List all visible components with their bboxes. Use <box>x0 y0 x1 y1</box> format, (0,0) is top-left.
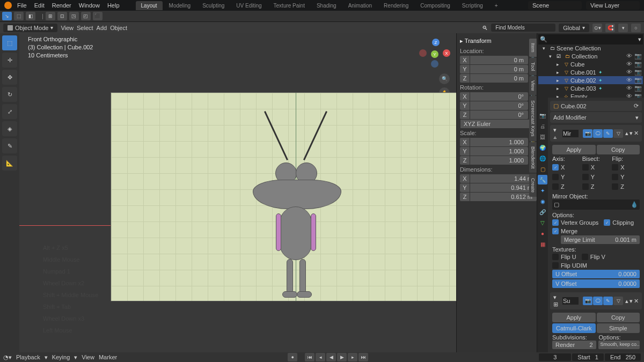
mod-toggle-render[interactable]: 📷 <box>583 129 592 138</box>
bisect-x-checkbox[interactable] <box>582 164 589 171</box>
clipping-checkbox[interactable]: ✓ <box>604 219 610 226</box>
bisect-y-checkbox[interactable] <box>582 174 589 180</box>
workspace-tab[interactable]: Modeling <box>164 1 196 10</box>
flip-y-checkbox[interactable] <box>612 174 618 180</box>
menu-render[interactable]: Render <box>52 2 71 9</box>
workspace-tab[interactable]: Texture Paint <box>268 1 310 10</box>
character-mesh[interactable] <box>237 120 355 307</box>
outliner-scene[interactable]: ▾🗀Scene Collection <box>538 45 643 52</box>
axis-z-checkbox[interactable] <box>552 183 559 190</box>
transform-panel-title[interactable]: ▸ Transform <box>460 35 537 47</box>
eye-icon[interactable]: 👁 <box>626 53 632 60</box>
mod-toggle-realtime[interactable]: 🖵 <box>593 297 603 305</box>
loc-y[interactable]: 0 m <box>470 65 528 73</box>
snap-mode-btn[interactable]: ◧ <box>26 12 35 20</box>
jump-start[interactable]: ⏮ <box>305 353 314 361</box>
eyedropper-icon[interactable]: 💧 <box>631 201 638 208</box>
editor-type-dropdown[interactable]: ◔▾ <box>3 354 12 361</box>
mod-delete[interactable]: ✕ <box>634 130 639 137</box>
mod-delete[interactable]: ✕ <box>634 298 639 305</box>
mod-move-down[interactable]: ▾ <box>630 130 633 137</box>
n-tab-create[interactable]: Create <box>529 174 537 197</box>
outliner-item[interactable]: ▸▽Cube.003✦👁📷 <box>538 84 643 92</box>
props-tab-modifier[interactable]: 🔧 <box>538 175 547 184</box>
outliner-item-active[interactable]: ▸▽Cube.002✦👁📷 <box>538 76 643 84</box>
props-tab-constraint[interactable]: 🔗 <box>538 207 547 217</box>
rot-z[interactable]: 0° <box>470 110 528 119</box>
workspace-tab[interactable]: Scripting <box>457 1 488 10</box>
start-frame-field[interactable]: Start 1 <box>572 353 604 361</box>
menu-help[interactable]: Help <box>107 2 120 9</box>
mod-toggle-editmode[interactable]: ✎ <box>603 129 613 138</box>
mod-move-up[interactable]: ▴ <box>625 130 628 137</box>
flip-x-checkbox[interactable] <box>612 164 618 171</box>
tool-cursor[interactable]: ✛ <box>2 53 17 68</box>
copy-button[interactable]: Copy <box>597 145 640 154</box>
jump-end[interactable]: ⏭ <box>358 353 368 361</box>
tb-btn[interactable]: ⊞ <box>46 12 55 20</box>
marker-menu[interactable]: Marker <box>99 354 117 360</box>
props-tab-texture[interactable]: ▦ <box>538 239 547 249</box>
rotation-mode-dropdown[interactable]: XYZ Euler <box>460 120 537 128</box>
flip-u-checkbox[interactable] <box>552 254 559 260</box>
n-tab-tool[interactable]: Tool <box>529 58 537 76</box>
merge-checkbox[interactable]: ✓ <box>552 228 559 234</box>
tool-select-box[interactable]: ⬚ <box>2 35 17 50</box>
mode-dropdown[interactable]: Object Mode ▾ <box>3 24 57 32</box>
mod-toggle-render[interactable]: 📷 <box>583 297 592 305</box>
flip-udim-checkbox[interactable] <box>552 262 559 269</box>
flip-z-checkbox[interactable] <box>612 183 618 190</box>
props-tab-particle[interactable]: ✦ <box>538 186 547 195</box>
flip-v-checkbox[interactable] <box>582 254 588 260</box>
keying-menu[interactable]: Keying <box>52 354 70 360</box>
tool-move[interactable]: ✥ <box>2 70 17 85</box>
camera-icon[interactable]: 📷 <box>634 53 642 60</box>
workspace-tab[interactable]: Rendering <box>378 1 414 10</box>
u-offset-field[interactable]: 0.0000 <box>618 271 636 277</box>
play-reverse[interactable]: ◀ <box>326 353 336 361</box>
props-tab-object[interactable]: ▢ <box>538 164 547 174</box>
filter-dropdown[interactable]: ▾ <box>638 36 641 43</box>
scale-x[interactable]: 1.000 <box>470 138 528 146</box>
props-tab-render[interactable]: 📷 <box>538 110 547 120</box>
scale-y[interactable]: 1.000 <box>470 147 528 156</box>
props-tab-world[interactable]: 🌐 <box>538 153 547 163</box>
modifier-name-input[interactable] <box>562 297 579 305</box>
object-name-field[interactable]: ▢ Cube.002⟳ <box>550 101 642 111</box>
viewport-3d[interactable]: Front Orthographic (3) Collection | Cube… <box>19 33 456 352</box>
workspace-tab[interactable]: Compositing <box>415 1 456 10</box>
bisect-z-checkbox[interactable] <box>582 183 589 190</box>
dim-y[interactable]: 0.941 m <box>470 183 537 192</box>
prop-edit-toggle[interactable]: ○ <box>631 24 641 32</box>
mod-move-down[interactable]: ▾ <box>630 298 633 305</box>
add-menu[interactable]: Add <box>97 25 107 31</box>
tool-measure[interactable]: 📐 <box>2 156 17 171</box>
props-tab-scene[interactable]: 🌍 <box>538 143 547 152</box>
n-tab-view[interactable]: View <box>529 76 537 95</box>
loc-z[interactable]: 0 m <box>470 74 528 83</box>
current-frame-field[interactable]: 3 <box>539 353 571 361</box>
modifier-mirror-header[interactable]: ▾ ⟁ 📷🖵✎▽▴▾✕ <box>550 125 642 142</box>
auto-keying-toggle[interactable]: ● <box>288 353 297 361</box>
outliner-item[interactable]: ▸⊹Empty👁📷 <box>538 92 643 98</box>
props-tab-physics[interactable]: ◉ <box>538 196 547 206</box>
outliner-collection[interactable]: ▾☑🗀Collection👁📷 <box>538 52 643 60</box>
mirror-object-field[interactable]: ▢💧 <box>552 200 640 210</box>
modifier-name-input[interactable] <box>562 130 579 137</box>
mod-toggle-cage[interactable]: ▽ <box>613 129 623 138</box>
workspace-tab[interactable]: Sculpting <box>197 1 230 10</box>
outliner-item[interactable]: ▸▽Cube👁📷 <box>538 60 643 68</box>
menu-edit[interactable]: Edit <box>34 2 45 9</box>
snap-dropdown[interactable]: ▾ <box>618 24 628 32</box>
zoom-icon[interactable]: 🔍 <box>439 73 450 84</box>
props-tab-material[interactable]: ● <box>538 228 547 238</box>
workspace-tab[interactable]: Animation <box>343 1 377 10</box>
view-menu[interactable]: View <box>61 25 74 31</box>
object-menu[interactable]: Object <box>110 25 127 31</box>
tool-transform[interactable]: ◈ <box>2 121 17 136</box>
vertex-groups-checkbox[interactable]: ✓ <box>552 219 559 226</box>
tb-btn[interactable]: ⊡ <box>57 12 67 20</box>
find-models-field[interactable]: Find Models <box>491 24 555 32</box>
workspace-tab[interactable]: UV Editing <box>231 1 267 10</box>
merge-limit-field[interactable]: 0.001 m <box>615 237 636 243</box>
